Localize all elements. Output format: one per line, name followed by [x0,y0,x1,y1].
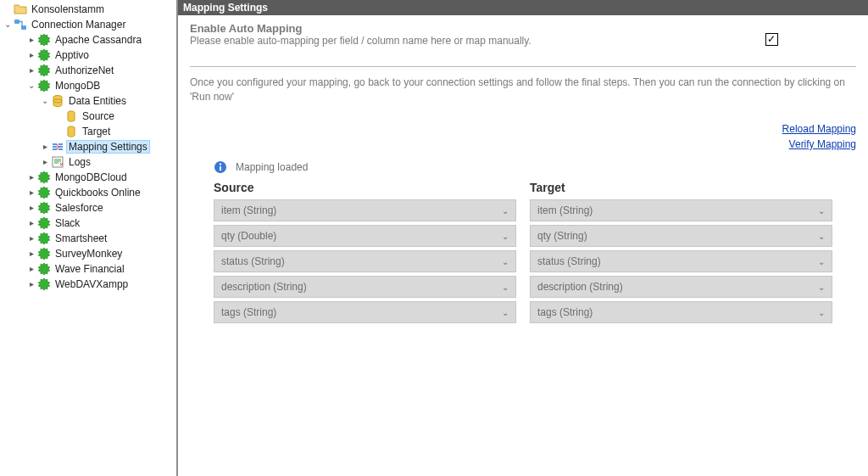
folder-icon [14,3,27,16]
mapping-settings-icon [51,140,64,154]
source-field-value: status (String) [221,255,285,267]
tree-item-target-label: Target [81,126,112,137]
tree-item-quickbooks-online-label: Quickbooks Online [53,187,142,199]
target-column-header: Target [530,177,832,199]
tree-item-mongodbcloud[interactable]: ▸MongoDBCloud [0,170,176,185]
chevron-right-icon[interactable]: ▸ [39,141,51,153]
tree-item-surveymonkey[interactable]: ▸SurveyMonkey [0,246,176,261]
tree-item-data-entities-label: Data Entities [67,95,128,107]
chevron-down-icon: ⌄ [502,308,509,317]
logs-icon [51,155,64,169]
chevron-right-icon[interactable]: ▸ [25,248,37,260]
tree-item-mapping-settings[interactable]: ▸Mapping Settings [0,139,176,154]
chevron-right-icon[interactable]: ▸ [25,202,37,214]
tree-item-mongodbcloud-label: MongoDBCloud [53,171,129,183]
tree-item-mongodb[interactable]: ⌄MongoDB [0,78,176,93]
connector-icon [37,33,51,47]
target-field-value: status (String) [537,255,601,267]
tree-connection-manager[interactable]: ⌄ Connection Manager [0,17,176,32]
tree-pane: ▸ Konsolenstamm ⌄ [0,0,178,476]
enable-auto-mapping-checkbox[interactable]: ✓ [765,33,778,46]
chevron-right-icon[interactable]: ▸ [25,64,37,76]
tree-item-target[interactable]: ▸Target [0,124,176,139]
reload-mapping-link[interactable]: Reload Mapping [782,123,856,135]
chevron-down-icon: ⌄ [502,206,509,216]
chevron-right-icon[interactable]: ▸ [25,263,37,275]
connector-icon [37,171,51,184]
mapping-grid: Source Target item (String)⌄item (String… [214,177,832,327]
tree-item-apptivo[interactable]: ▸Apptivo [0,48,176,63]
tree-item-apache-cassandra[interactable]: ▸Apache Cassandra [0,32,176,48]
tree-item-authorizenet[interactable]: ▸AuthorizeNet [0,63,176,78]
chevron-right-icon[interactable]: ▸ [25,232,37,244]
chevron-right-icon[interactable]: ▸ [25,34,37,46]
tree-item-wave-financial[interactable]: ▸Wave Financial [0,261,176,277]
chevron-right-icon[interactable]: ▸ [25,278,37,290]
tree-item-slack-label: Slack [53,217,81,229]
target-field-dropdown[interactable]: description (String)⌄ [530,276,832,298]
tree-item-webdavxampp[interactable]: ▸WebDAVXampp [0,277,176,292]
source-field-dropdown[interactable]: qty (Double)⌄ [214,225,516,247]
chevron-right-icon[interactable]: ▸ [25,217,37,229]
source-field-dropdown[interactable]: tags (String)⌄ [214,301,516,323]
source-field-dropdown[interactable]: status (String)⌄ [214,250,516,272]
tree-item-smartsheet-label: Smartsheet [53,232,108,244]
chevron-right-icon[interactable]: ▸ [25,49,37,61]
target-field-value: item (String) [537,204,593,216]
tree-item-smartsheet[interactable]: ▸Smartsheet [0,231,176,246]
svg-rect-8 [220,166,221,171]
chevron-down-icon: ⌄ [818,283,825,292]
tree-item-quickbooks-online[interactable]: ▸Quickbooks Online [0,185,176,200]
chevron-down-icon[interactable]: ⌄ [25,80,37,92]
connection-manager-icon [14,18,27,31]
target-field-dropdown[interactable]: item (String)⌄ [530,199,832,221]
connector-icon [37,216,51,230]
tree-item-webdavxampp-label: WebDAVXampp [53,278,130,290]
tree-item-salesforce[interactable]: ▸Salesforce [0,200,176,216]
source-field-dropdown[interactable]: item (String)⌄ [214,199,516,221]
tree-item-surveymonkey-label: SurveyMonkey [53,248,124,260]
tree-cm-label: Connection Manager [30,19,127,31]
tree-item-logs[interactable]: ▸Logs [0,154,176,170]
chevron-down-icon[interactable]: ⌄ [39,95,51,107]
status-text: Mapping loaded [236,161,308,173]
chevron-right-icon[interactable]: ▸ [25,187,37,199]
source-field-dropdown[interactable]: description (String)⌄ [214,276,516,298]
chevron-right-icon[interactable]: ▸ [39,156,51,168]
data-entities-icon [51,94,64,108]
tree-root[interactable]: ▸ Konsolenstamm [0,2,176,17]
info-icon [214,160,227,174]
verify-mapping-link[interactable]: Verify Mapping [789,138,856,150]
tree-item-slack[interactable]: ▸Slack [0,216,176,231]
chevron-down-icon[interactable]: ⌄ [2,19,14,31]
enable-desc: Please enable auto-mapping per field / c… [190,35,687,48]
connector-icon [37,247,51,260]
connector-icon [37,48,51,62]
target-field-dropdown[interactable]: status (String)⌄ [530,250,832,272]
svg-rect-0 [14,20,19,24]
connector-icon [37,64,51,77]
connector-icon [37,79,51,92]
tree-root-label: Konsolenstamm [30,3,106,15]
tree-item-data-entities[interactable]: ⌄Data Entities [0,93,176,109]
panel-title: Mapping Settings [178,0,868,15]
target-field-dropdown[interactable]: tags (String)⌄ [530,301,832,323]
enable-heading: Enable Auto Mapping [190,22,687,35]
tree-item-source[interactable]: ▸Source [0,109,176,124]
chevron-down-icon: ⌄ [818,308,825,317]
chevron-down-icon: ⌄ [502,257,509,266]
tree-item-authorizenet-label: AuthorizeNet [53,64,115,76]
right-pane: Mapping Settings Enable Auto Mapping Ple… [178,0,868,476]
target-field-value: description (String) [537,281,623,293]
chevron-down-icon: ⌄ [502,283,509,292]
chevron-down-icon: ⌄ [818,257,825,266]
target-field-dropdown[interactable]: qty (String)⌄ [530,225,832,247]
svg-rect-9 [220,164,221,165]
tree-item-apache-cassandra-label: Apache Cassandra [53,34,143,46]
tree-item-salesforce-label: Salesforce [53,202,105,214]
target-field-value: qty (String) [537,230,587,242]
connector-icon [37,186,51,199]
source-field-value: qty (Double) [221,230,276,242]
svg-rect-6 [53,157,63,167]
chevron-right-icon[interactable]: ▸ [25,171,37,183]
